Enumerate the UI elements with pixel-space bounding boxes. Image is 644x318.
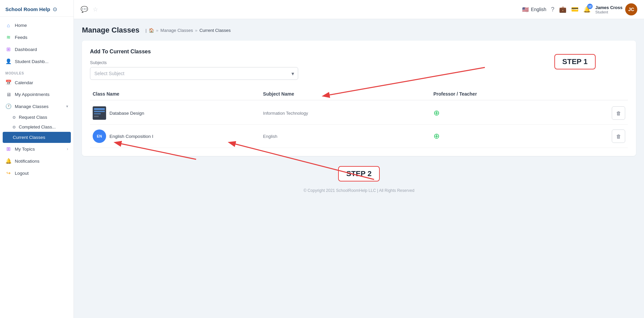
class-thumbnail <box>93 106 106 120</box>
class-name-text: Database Design <box>109 111 144 116</box>
app-name: School Room Help <box>5 6 50 12</box>
breadcrumb-sep: » <box>156 28 158 33</box>
chevron-right-icon: › <box>67 147 68 151</box>
sidebar-item-student-dashboard[interactable]: 👤 Student Dashb... <box>0 55 74 67</box>
step1-label: STEP 1 <box>554 54 596 69</box>
language-selector[interactable]: 🇺🇸 English <box>522 6 546 13</box>
cell-class-name: EN English Composition I <box>90 129 260 143</box>
logo-icon: ⊙ <box>53 6 57 12</box>
avatar[interactable]: JC <box>625 3 637 15</box>
calendar-icon: 📅 <box>5 80 11 86</box>
sidebar-item-logout[interactable]: ↪ Logout <box>0 167 74 179</box>
step2-container: STEP 2 <box>82 166 636 181</box>
help-icon[interactable]: ? <box>551 6 554 13</box>
subjects-select-wrapper: Select Subject ▾ <box>90 67 298 80</box>
page-title: Manage Classes <box>82 26 139 35</box>
sidebar-item-notifications[interactable]: 🔔 Notifications <box>0 155 74 167</box>
sidebar-sub-current-classes[interactable]: Current Classes <box>3 132 71 143</box>
sidebar-nav: ⌂ Home ≋ Feeds ⊞ Dashboard 👤 Student Das… <box>0 17 74 318</box>
user-name: James Cross <box>595 5 623 10</box>
sidebar-sub-label: Completed Class... <box>19 124 56 129</box>
cell-professor: ⊕ <box>431 132 601 141</box>
sub-dot-active <box>7 136 9 139</box>
breadcrumb-sep: | <box>145 28 146 33</box>
dashboard-icon: ⊞ <box>5 46 11 52</box>
sidebar-item-dashboard[interactable]: ⊞ Dashboard <box>0 43 74 55</box>
add-professor-button[interactable]: ⊕ <box>433 132 440 141</box>
cell-delete: 🗑 <box>601 129 628 143</box>
chevron-down-icon: ▾ <box>66 104 68 109</box>
sidebar: School Room Help ⊙ ⌂ Home ≋ Feeds ⊞ Dash… <box>0 0 74 318</box>
sidebar-item-manage-classes[interactable]: 🕐 Manage Classes ▾ <box>0 100 74 112</box>
card-container: Add To Current Classes Subjects Select S… <box>82 41 636 156</box>
bell-icon: 🔔 <box>5 158 11 164</box>
add-professor-button[interactable]: ⊕ <box>433 109 440 117</box>
card-icon[interactable]: 💳 <box>571 6 579 13</box>
sidebar-item-my-appointments[interactable]: 🖥 My Appointments <box>0 89 74 100</box>
sidebar-item-label: Dashboard <box>15 47 37 52</box>
breadcrumb-home[interactable]: 🏠 <box>149 28 154 33</box>
col-professor: Professor / Teacher <box>431 91 601 97</box>
sidebar-item-label: Logout <box>15 171 29 176</box>
col-class-name: Class Name <box>90 91 260 97</box>
sidebar-sub-label: Current Classes <box>13 135 45 140</box>
modules-label: MODULES <box>0 67 74 76</box>
clock-icon: 🕐 <box>5 103 11 109</box>
user-info: James Cross Student JC <box>595 3 637 15</box>
cell-professor: ⊕ <box>431 109 601 117</box>
delete-class-button[interactable]: 🗑 <box>612 106 625 120</box>
sidebar-item-feeds[interactable]: ≋ Feeds <box>0 31 74 43</box>
sidebar-item-my-topics[interactable]: ⊞ My Topics › <box>0 143 74 155</box>
notification-bell[interactable]: 🔔 12 <box>583 6 591 13</box>
sidebar-sub-request-class[interactable]: Request Class <box>0 112 74 122</box>
star-icon[interactable]: ☆ <box>93 6 98 13</box>
cell-delete: 🗑 <box>601 106 628 120</box>
col-subject-name: Subject Name <box>260 91 430 97</box>
appointments-icon: 🖥 <box>5 92 11 97</box>
col-actions <box>601 91 628 97</box>
subjects-select[interactable]: Select Subject <box>90 67 298 80</box>
manage-classes-left: 🕐 Manage Classes <box>5 103 49 109</box>
sub-dot <box>13 126 15 128</box>
subjects-label: Subjects <box>90 60 628 65</box>
sidebar-item-home[interactable]: ⌂ Home <box>0 19 74 31</box>
sidebar-item-calendar[interactable]: 📅 Calendar <box>0 76 74 89</box>
notification-badge: 12 <box>587 4 593 9</box>
class-name-text: English Composition I <box>109 134 153 139</box>
step2-label: STEP 2 <box>338 166 379 181</box>
breadcrumb: | 🏠 » Manage Classes » Current Classes <box>145 28 231 33</box>
breadcrumb-current: Current Classes <box>199 28 231 33</box>
footer-text: © Copyright 2021 SchoolRoomHelp LLC | Al… <box>304 188 414 193</box>
language-label: English <box>531 7 546 12</box>
comment-icon[interactable]: 💬 <box>81 6 88 13</box>
sidebar-item-label: My Appointments <box>15 92 50 97</box>
main-content: 💬 ☆ 🇺🇸 English ? 💼 💳 🔔 12 James Cross St… <box>74 0 644 318</box>
table-row: EN English Composition I English ⊕ 🗑 <box>90 125 628 148</box>
card-section-title: Add To Current Classes <box>90 49 628 55</box>
breadcrumb-manage-classes[interactable]: Manage Classes <box>160 28 193 33</box>
briefcase-icon[interactable]: 💼 <box>559 6 566 13</box>
topbar: 💬 ☆ 🇺🇸 English ? 💼 💳 🔔 12 James Cross St… <box>74 0 644 19</box>
cell-subject-name: English <box>260 134 430 139</box>
table-row: Database Design Information Technology ⊕… <box>90 102 628 125</box>
page-area: Manage Classes | 🏠 » Manage Classes » Cu… <box>74 19 644 318</box>
sidebar-item-label: Notifications <box>15 159 40 164</box>
feeds-icon: ≋ <box>5 34 11 40</box>
svg-rect-3 <box>94 113 101 114</box>
topbar-right: 🇺🇸 English ? 💼 💳 🔔 12 James Cross Studen… <box>522 3 637 15</box>
db-thumb-image <box>93 106 106 120</box>
thumb-label: EN <box>97 134 102 138</box>
cell-class-name: Database Design <box>90 106 260 120</box>
sidebar-item-label: Student Dashb... <box>15 59 49 64</box>
step1-annotation: STEP 1 <box>554 54 596 69</box>
sidebar-sub-completed-class[interactable]: Completed Class... <box>0 122 74 132</box>
footer: © Copyright 2021 SchoolRoomHelp LLC | Al… <box>82 181 636 200</box>
sidebar-item-label: My Topics <box>15 147 35 152</box>
svg-rect-4 <box>94 116 99 117</box>
home-icon: ⌂ <box>5 22 11 28</box>
delete-class-button[interactable]: 🗑 <box>612 129 625 143</box>
person-icon: 👤 <box>5 58 11 64</box>
my-topics-left: ⊞ My Topics <box>5 146 35 152</box>
sub-dot <box>13 116 15 119</box>
breadcrumb-sep: » <box>195 28 197 33</box>
